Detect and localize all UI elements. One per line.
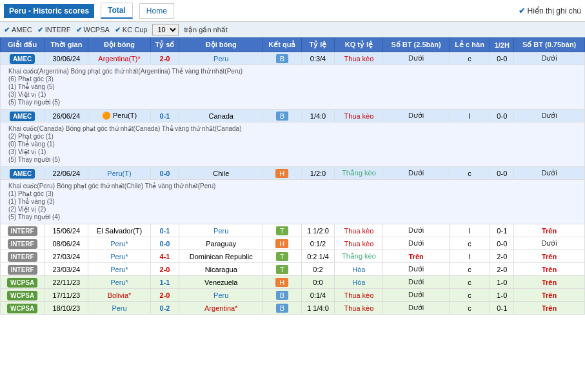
- cell-so-bt: Dưới: [383, 263, 449, 276]
- detail-row: Khai cuốc(Argentina) Bóng phạt góc thứ n…: [1, 65, 585, 110]
- cell-ratio: 1/2:0: [301, 167, 335, 180]
- cell-date: 22/06/24: [45, 167, 88, 180]
- cell-result: H: [263, 276, 302, 289]
- cell-half: 1-0: [490, 289, 514, 302]
- col-half: 1/2H: [490, 38, 514, 52]
- cell-score: 4-1: [150, 250, 179, 263]
- tab-total[interactable]: Total: [101, 3, 133, 19]
- cell-team2: Argentina*: [179, 302, 263, 315]
- cell-half: 0-0: [490, 167, 514, 180]
- cell-half: 0-0: [490, 110, 514, 122]
- cell-badge: WCPSA: [1, 302, 45, 315]
- cell-date: 26/06/24: [45, 110, 88, 122]
- cell-badge: INTERF: [1, 237, 45, 250]
- cell-result: B: [263, 289, 302, 302]
- cell-result: T: [263, 263, 302, 276]
- cell-score: 0-2: [150, 302, 179, 315]
- cell-team1: Peru*: [88, 263, 150, 276]
- recent-matches-select[interactable]: 10 5 15 20: [152, 24, 179, 35]
- detail-cell: Khai cuốc(Argentina) Bóng phạt góc thứ n…: [1, 65, 585, 110]
- cell-ratio: 0:0: [301, 276, 335, 289]
- cell-result: H: [263, 237, 302, 250]
- col-so-bt-075: Số BT (0.75bàn): [514, 38, 585, 52]
- cell-team2: Canada: [179, 110, 263, 122]
- cell-so-bt: Dưới: [383, 167, 449, 180]
- cell-score: 2-0: [150, 52, 179, 65]
- table-row: INTERF 15/06/24 El Salvador(T) 0-1 Peru …: [1, 224, 585, 237]
- amec-check: ✔: [4, 26, 10, 34]
- cell-date: 08/06/24: [45, 237, 88, 250]
- cell-team1: Bolivia*: [88, 289, 150, 302]
- header-bar: Peru - Historic scores Total Home ✔ Hiển…: [0, 0, 585, 22]
- show-notes-check: ✔: [519, 6, 525, 15]
- cell-date: 30/06/24: [45, 52, 88, 65]
- detail-row: Khai cuốc(Canada) Bóng phạt góc thứ nhất…: [1, 122, 585, 167]
- cell-ratio: 0:1/4: [301, 289, 335, 302]
- cell-result: T: [263, 224, 302, 237]
- table-row: WCPSA 22/11/23 Peru* 1-1 Venezuela H 0:0…: [1, 276, 585, 289]
- col-kq-ty-le: KQ tỷ lệ: [335, 38, 383, 52]
- cell-ratio: 1 1/2:0: [301, 224, 335, 237]
- cell-half: 1-0: [490, 276, 514, 289]
- filter-bar: ✔ AMEC ✔ INTERF ✔ WCPSA ✔ KC Cup 10 5 15…: [0, 22, 585, 37]
- cell-team1: Peru*: [88, 276, 150, 289]
- tab-home[interactable]: Home: [139, 3, 174, 19]
- cell-half: 0-1: [490, 302, 514, 315]
- cell-score: 0-1: [150, 224, 179, 237]
- cell-badge: WCPSA: [1, 289, 45, 302]
- table-row: WCPSA 17/11/23 Bolivia* 2-0 Peru B 0:1/4…: [1, 289, 585, 302]
- cell-le-c: c: [449, 167, 490, 180]
- cell-badge: INTERF: [1, 224, 45, 237]
- col-le-c: Lẻ c hàn: [449, 38, 490, 52]
- filter-interf[interactable]: ✔ INTERF: [37, 26, 71, 34]
- filter-wcpsa[interactable]: ✔ WCPSA: [76, 26, 110, 34]
- show-notes: ✔ Hiển thị ghi chú: [519, 6, 581, 15]
- cell-ratio: 0:2: [301, 263, 335, 276]
- cell-so-bt: Dưới: [383, 110, 449, 122]
- cell-ratio: 0:2 1/4: [301, 250, 335, 263]
- kccup-label: KC Cup: [123, 26, 148, 34]
- cell-kq-ratio: Thua kèo: [335, 52, 383, 65]
- cell-score: 0-1: [150, 110, 179, 122]
- detail-cell: Khai cuốc(Peru) Bóng phạt góc thứ nhất(C…: [1, 180, 585, 224]
- table-row: AMEC 26/06/24 🟠 Peru(T) 0-1 Canada B 1/4…: [1, 110, 585, 122]
- kccup-check: ✔: [115, 26, 121, 34]
- interf-check: ✔: [37, 26, 43, 34]
- cell-score: 0-0: [150, 167, 179, 180]
- col-ty-le: Tỷ lệ: [301, 38, 335, 52]
- show-notes-label: Hiển thị ghi chú: [528, 6, 581, 15]
- cell-date: 23/03/24: [45, 263, 88, 276]
- cell-score: 0-0: [150, 237, 179, 250]
- cell-result: B: [263, 110, 302, 122]
- detail-cell: Khai cuốc(Canada) Bóng phạt góc thứ nhất…: [1, 122, 585, 167]
- col-ket-qua: Kết quả: [263, 38, 302, 52]
- cell-kq-ratio: Thua kèo: [335, 237, 383, 250]
- cell-result: H: [263, 167, 302, 180]
- cell-team1: El Salvador(T): [88, 224, 150, 237]
- col-doi-bong-1: Đội bóng: [88, 38, 150, 52]
- cell-badge: WCPSA: [1, 276, 45, 289]
- cell-le-c: c: [449, 52, 490, 65]
- cell-so-bt: Dưới: [383, 302, 449, 315]
- cell-team2: Peru: [179, 289, 263, 302]
- cell-result: B: [263, 302, 302, 315]
- cell-badge: INTERF: [1, 263, 45, 276]
- cell-half: 0-0: [490, 237, 514, 250]
- table-row: INTERF 08/06/24 Peru* 0-0 Paraguay H 0:1…: [1, 237, 585, 250]
- cell-team2: Venezuela: [179, 276, 263, 289]
- cell-team2: Dominican Republic: [179, 250, 263, 263]
- cell-half: 0-1: [490, 224, 514, 237]
- cell-ratio: 0:1/2: [301, 237, 335, 250]
- detail-row: Khai cuốc(Peru) Bóng phạt góc thứ nhất(C…: [1, 180, 585, 224]
- filter-kccup[interactable]: ✔ KC Cup: [115, 26, 148, 34]
- cell-so-bt: Dưới: [383, 237, 449, 250]
- cell-le-c: I: [449, 224, 490, 237]
- cell-kq-ratio: Thắng kèo: [335, 167, 383, 180]
- wcpsa-check: ✔: [76, 26, 82, 34]
- cell-team1: Peru(T): [88, 167, 150, 180]
- cell-kq-ratio: Thắng kèo: [335, 250, 383, 263]
- col-giai-dau: Giải đấu: [1, 38, 45, 52]
- cell-kq-ratio: Thua kèo: [335, 110, 383, 122]
- col-thoi-gian: Thời gian: [45, 38, 88, 52]
- filter-amec[interactable]: ✔ AMEC: [4, 26, 32, 34]
